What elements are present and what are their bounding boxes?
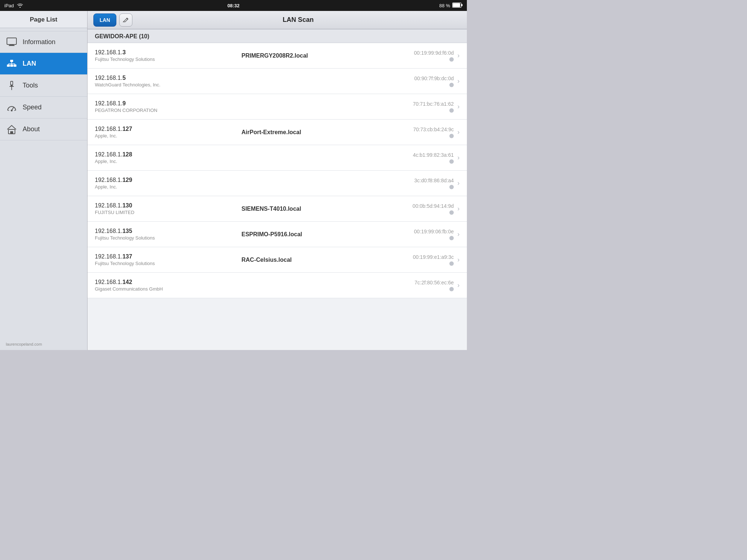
device-info: 192.168.1.128 Apple, Inc. [95, 151, 234, 164]
ip-end: 5 [123, 75, 126, 81]
edit-button[interactable] [119, 13, 132, 27]
toolbar: LAN LAN Scan [88, 11, 467, 29]
sidebar-item-tools[interactable]: Tools [0, 75, 87, 97]
device-info: 192.168.1.130 FUJITSU LIMITED [95, 202, 234, 215]
device-info: 192.168.1.5 WatchGuard Technologies, Inc… [95, 75, 234, 88]
device-ip: 192.168.1.130 [95, 202, 234, 209]
ip-base: 192.168.1. [95, 100, 123, 106]
device-mac-area: 7c:2f:80:56:ec:6e [388, 280, 454, 291]
device-vendor: Apple, Inc. [95, 184, 234, 190]
wifi-icon [17, 3, 23, 9]
device-info: 192.168.1.9 PEGATRON CORPORATION [95, 100, 234, 113]
device-ip: 192.168.1.137 [95, 253, 234, 260]
lan-button[interactable]: LAN [93, 13, 116, 27]
device-label: iPad [4, 3, 14, 8]
device-info: 192.168.1.129 Apple, Inc. [95, 177, 234, 190]
device-hostname: ESPRIMO-P5916.local [234, 231, 388, 238]
device-vendor: Fujitsu Technology Solutions [95, 261, 234, 266]
device-mac: 4c:b1:99:82:3a:61 [413, 152, 454, 158]
device-list[interactable]: GEWIDOR-APE (10) 192.168.1.3 Fujitsu Tec… [88, 29, 467, 350]
table-row[interactable]: 192.168.1.137 Fujitsu Technology Solutio… [88, 247, 467, 273]
device-info: 192.168.1.142 Gigaset Communications Gmb… [95, 279, 234, 292]
status-bar: iPad 08:32 88 % [0, 0, 467, 11]
ip-base: 192.168.1. [95, 228, 123, 234]
chevron-right-icon: › [457, 103, 460, 110]
device-ip: 192.168.1.142 [95, 279, 234, 285]
device-mac: 70:71:bc:76:a1:62 [413, 101, 454, 107]
svg-rect-3 [7, 38, 16, 44]
battery-label: 88 % [439, 3, 450, 8]
svg-rect-15 [11, 81, 13, 85]
sidebar-item-lan-label: LAN [23, 60, 36, 67]
chevron-right-icon: › [457, 281, 460, 289]
table-row[interactable]: 192.168.1.3 Fujitsu Technology Solutions… [88, 43, 467, 69]
device-status-dot [449, 83, 454, 87]
battery-icon [452, 3, 462, 9]
table-row[interactable]: 192.168.1.5 WatchGuard Technologies, Inc… [88, 69, 467, 94]
chevron-right-icon: › [457, 205, 460, 213]
device-vendor: Fujitsu Technology Solutions [95, 57, 234, 62]
svg-rect-2 [453, 3, 460, 7]
sidebar-item-information[interactable]: Information [0, 31, 87, 53]
svg-rect-6 [10, 60, 13, 62]
device-info: 192.168.1.127 Apple, Inc. [95, 126, 234, 139]
ip-end: 130 [123, 202, 132, 209]
ip-base: 192.168.1. [95, 126, 123, 132]
device-mac: 3c:d0:f8:86:8d:a4 [414, 178, 454, 183]
speed-icon [6, 102, 18, 113]
ip-end: 9 [123, 100, 126, 106]
device-status-dot [449, 57, 454, 62]
tools-icon [6, 80, 18, 92]
device-mac-area: 70:71:bc:76:a1:62 [388, 101, 454, 113]
ip-base: 192.168.1. [95, 279, 123, 285]
device-status-dot [449, 159, 454, 164]
device-status-dot [449, 134, 454, 138]
table-row[interactable]: 192.168.1.127 Apple, Inc. AirPort-Extrem… [88, 120, 467, 145]
table-row[interactable]: 192.168.1.142 Gigaset Communications Gmb… [88, 273, 467, 298]
status-right: 88 % [439, 3, 462, 9]
sidebar-footer: laurencopeland.com [0, 338, 87, 350]
svg-rect-9 [13, 65, 16, 67]
device-hostname: RAC-Celsius.local [234, 257, 388, 263]
ip-base: 192.168.1. [95, 177, 123, 183]
main-content: LAN LAN Scan GEWIDOR-APE (10) 192.168.1.… [88, 11, 467, 350]
sidebar-item-about[interactable]: About [0, 118, 87, 140]
device-vendor: PEGATRON CORPORATION [95, 108, 234, 113]
table-row[interactable]: 192.168.1.129 Apple, Inc. 3c:d0:f8:86:8d… [88, 171, 467, 196]
sidebar-item-lan[interactable]: LAN [0, 53, 87, 75]
table-row[interactable]: 192.168.1.9 PEGATRON CORPORATION 70:71:b… [88, 94, 467, 120]
lan-icon [6, 58, 18, 70]
device-status-dot [449, 236, 454, 240]
sidebar-nav: Information L [0, 28, 87, 338]
table-row[interactable]: 192.168.1.128 Apple, Inc. 4c:b1:99:82:3a… [88, 145, 467, 171]
device-vendor: Gigaset Communications GmbH [95, 286, 234, 292]
ip-end: 135 [123, 228, 132, 234]
svg-point-20 [11, 109, 13, 111]
device-status-dot [449, 185, 454, 189]
monitor-icon [6, 36, 18, 48]
chevron-right-icon: › [457, 52, 460, 59]
chevron-right-icon: › [457, 256, 460, 264]
ip-base: 192.168.1. [95, 49, 123, 55]
ip-base: 192.168.1. [95, 75, 123, 81]
device-mac-area: 00:19:99:e1:a9:3c [388, 254, 454, 266]
sidebar-item-speed[interactable]: Speed [0, 97, 87, 118]
device-mac: 00:19:99:9d:f6:0d [414, 50, 454, 56]
device-mac-area: 00:90:7f:9b:dc:0d [388, 75, 454, 87]
table-row[interactable]: 192.168.1.135 Fujitsu Technology Solutio… [88, 222, 467, 247]
ip-base: 192.168.1. [95, 151, 123, 158]
house-icon [6, 124, 18, 135]
device-ip: 192.168.1.129 [95, 177, 234, 183]
ip-end: 142 [123, 279, 132, 285]
device-info: 192.168.1.135 Fujitsu Technology Solutio… [95, 228, 234, 241]
table-row[interactable]: 192.168.1.130 FUJITSU LIMITED SIEMENS-T4… [88, 196, 467, 222]
ip-end: 129 [123, 177, 132, 183]
toolbar-title: LAN Scan [135, 16, 461, 24]
device-mac: 00:90:7f:9b:dc:0d [414, 75, 454, 81]
device-vendor: Apple, Inc. [95, 133, 234, 139]
chevron-right-icon: › [457, 230, 460, 238]
device-status-dot [449, 210, 454, 215]
chevron-right-icon: › [457, 179, 460, 187]
device-mac-area: 00:19:99:06:fb:0e [388, 229, 454, 240]
svg-rect-1 [461, 4, 462, 6]
